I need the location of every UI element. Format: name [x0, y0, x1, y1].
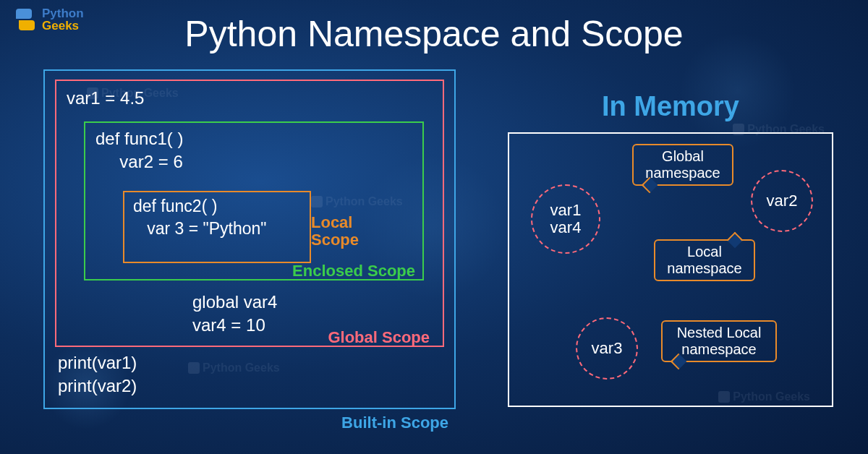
circle-var2: var2	[751, 170, 813, 232]
label-global-scope: Global Scope	[328, 328, 430, 347]
python-logo-icon	[13, 7, 38, 32]
label-builtin-scope: Built-in Scope	[341, 414, 448, 432]
code-var4-assign: var4 = 10	[192, 314, 277, 337]
brand-logo: Python Geeks	[13, 7, 84, 32]
code-print-block: print(var1) print(var2)	[58, 351, 137, 398]
bubble-local-namespace: Local namespace	[654, 239, 755, 281]
code-func1-def: def func1( )	[95, 127, 412, 150]
enclosed-scope-box: def func1( ) var2 = 6 def func2( ) var 3…	[84, 121, 424, 280]
memory-heading: In Memory	[508, 91, 833, 122]
builtin-scope-box: var1 = 4.5 def func1( ) var2 = 6 def fun…	[43, 69, 456, 409]
code-print2: print(var2)	[58, 374, 137, 398]
circle3-text: var3	[592, 340, 623, 357]
code-func2-body: var 3 = "Python"	[133, 218, 301, 240]
code-print1: print(var1)	[58, 351, 137, 374]
circle1-line1: var1	[550, 202, 582, 219]
memory-diagram: In Memory Global namespace var1 var4 var…	[508, 91, 833, 407]
circle2-text: var2	[767, 192, 798, 210]
code-global-stmt: global var4	[192, 291, 277, 314]
local-scope-box: def func2( ) var 3 = "Python" Local Scop…	[123, 191, 311, 263]
page-title: Python Namespace and Scope	[184, 13, 683, 55]
label-local-scope: Local Scope	[311, 214, 362, 249]
bubble-global-namespace: Global namespace	[632, 144, 733, 186]
code-var1: var1 = 4.5	[67, 87, 433, 110]
label-enclosed-scope: Enclosed Scope	[292, 262, 415, 280]
brand-text: Python Geeks	[42, 7, 84, 32]
circle1-line2: var4	[550, 219, 582, 236]
global-scope-box: var1 = 4.5 def func1( ) var2 = 6 def fun…	[55, 80, 444, 347]
brand-line2: Geeks	[42, 20, 84, 32]
scope-diagram: var1 = 4.5 def func1( ) var2 = 6 def fun…	[43, 69, 456, 409]
code-func2-def: def func2( )	[133, 195, 301, 218]
brand-line1: Python	[42, 7, 84, 20]
memory-box: Global namespace var1 var4 var2 Local na…	[508, 132, 833, 407]
code-func1-body: var2 = 6	[95, 150, 412, 174]
circle-global-vars: var1 var4	[531, 184, 600, 254]
circle-var3: var3	[576, 317, 638, 380]
code-global-block: global var4 var4 = 10	[192, 291, 277, 338]
bubble-nested-namespace: Nested Local namespace	[661, 320, 777, 362]
